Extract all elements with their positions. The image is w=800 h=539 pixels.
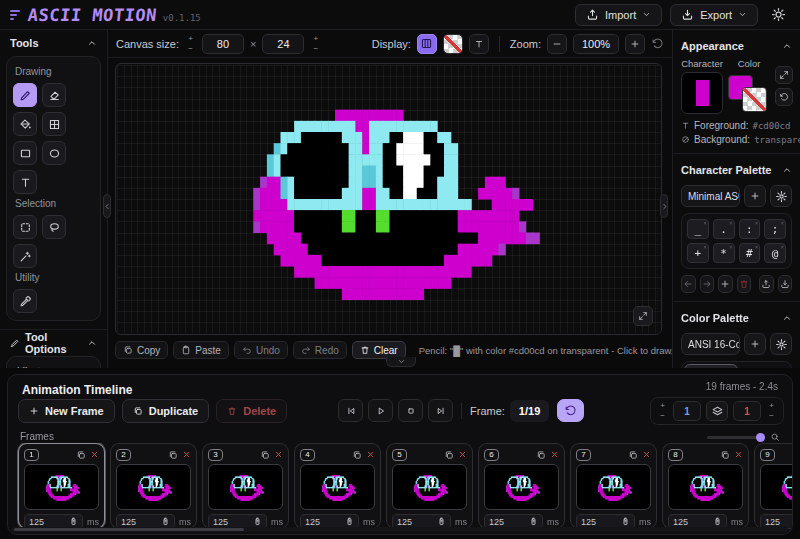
character-key[interactable]: + (687, 243, 709, 263)
onion-next-count[interactable]: 1 (733, 401, 761, 421)
pencil-tool-button[interactable] (13, 83, 37, 107)
stop-button[interactable] (398, 399, 423, 422)
text-tool-button[interactable] (13, 170, 37, 194)
tools-section-header[interactable]: Tools (0, 30, 107, 56)
fill-tool-button[interactable] (13, 112, 37, 136)
color-palette-settings-button[interactable] (770, 333, 792, 355)
character-key[interactable]: @ (764, 243, 786, 263)
canvas-fullscreen-button[interactable] (633, 306, 653, 326)
appearance-section-header[interactable]: Appearance (681, 36, 792, 56)
frame-thumbnail[interactable] (208, 464, 283, 510)
frame-card[interactable]: 7125ms (570, 443, 657, 529)
frame-thumbnail[interactable] (116, 464, 191, 510)
frame-card[interactable]: 5125ms (386, 443, 473, 529)
play-button[interactable] (368, 399, 393, 422)
delete-frame-button[interactable]: Delete (216, 399, 287, 423)
canvas-width-input[interactable]: 80 (202, 34, 244, 54)
duplicate-frame-icon[interactable] (628, 450, 638, 460)
redo-button[interactable]: Redo (293, 341, 347, 359)
swap-reset-colors-button[interactable] (775, 88, 793, 106)
frame-thumbnail[interactable] (392, 464, 467, 510)
display-characters-toggle[interactable] (469, 34, 489, 54)
collapse-left-panel-tab[interactable] (103, 194, 111, 218)
zoom-in-button[interactable] (625, 34, 645, 54)
character-palette-settings-button[interactable] (770, 185, 792, 207)
display-grid-toggle[interactable] (417, 34, 437, 54)
magic-wand-tool-button[interactable] (13, 244, 37, 268)
frames-scrollbar[interactable] (12, 527, 788, 532)
delete-frame-icon[interactable] (550, 450, 559, 459)
skip-to-end-button[interactable] (428, 399, 453, 422)
add-color-palette-button[interactable] (744, 333, 766, 355)
eyedropper-tool-button[interactable] (13, 289, 37, 313)
zoom-value[interactable]: 100% (573, 34, 619, 54)
frame-card[interactable]: 8125ms (662, 443, 749, 529)
expand-color-picker-button[interactable] (775, 66, 793, 84)
duplicate-frame-icon[interactable] (168, 450, 178, 460)
tool-options-section-header[interactable]: Tool Options (0, 330, 107, 356)
ellipse-tool-button[interactable] (42, 141, 66, 165)
character-palette-preset-dropdown[interactable]: Minimal ASC (681, 185, 740, 207)
copy-button[interactable]: Copy (115, 341, 168, 359)
delete-frame-icon[interactable] (90, 450, 99, 459)
duplicate-frame-icon[interactable] (76, 450, 86, 460)
duplicate-frame-icon[interactable] (720, 450, 730, 460)
duplicate-frame-icon[interactable] (352, 450, 362, 460)
onion-skin-toggle-button[interactable] (706, 401, 728, 421)
duplicate-frame-icon[interactable] (444, 450, 454, 460)
move-character-left-button[interactable] (681, 275, 696, 293)
frame-thumbnail[interactable] (760, 464, 792, 510)
fill-rect-tool-button[interactable] (42, 112, 66, 136)
frame-card[interactable]: 4125ms (294, 443, 381, 529)
frame-thumbnail[interactable] (484, 464, 559, 510)
lasso-tool-button[interactable] (42, 215, 66, 239)
character-palette-section-header[interactable]: Character Palette (681, 160, 792, 180)
frame-thumbnail[interactable] (576, 464, 651, 510)
color-palette-preset-dropdown[interactable]: ANSI 16-Col (681, 333, 740, 355)
delete-frame-icon[interactable] (458, 450, 467, 459)
character-key[interactable]: ; (764, 219, 786, 239)
import-button[interactable]: Import (575, 4, 662, 26)
collapse-right-panel-tab[interactable] (660, 194, 668, 218)
add-character-palette-button[interactable] (744, 185, 766, 207)
scrollbar-thumb[interactable] (14, 528, 244, 531)
canvas-height-input[interactable]: 24 (262, 34, 304, 54)
export-button[interactable]: Export (670, 4, 758, 26)
color-palette-section-header[interactable]: Color Palette (681, 308, 792, 328)
frame-thumbnail[interactable] (300, 464, 375, 510)
delete-frame-icon[interactable] (642, 450, 651, 459)
move-character-right-button[interactable] (700, 275, 715, 293)
character-key[interactable]: _ (687, 219, 709, 239)
character-key[interactable]: : (739, 219, 761, 239)
onion-next-stepper[interactable]: +− (766, 402, 777, 420)
loop-toggle-button[interactable] (557, 399, 584, 422)
frame-thumbnail[interactable] (668, 464, 743, 510)
onion-prev-count[interactable]: 1 (673, 401, 701, 421)
frame-card[interactable]: 1125ms (18, 443, 105, 529)
duplicate-frame-icon[interactable] (260, 450, 270, 460)
delete-frame-icon[interactable] (182, 450, 191, 459)
character-preview[interactable] (681, 72, 723, 114)
character-key[interactable]: * (713, 243, 735, 263)
paste-button[interactable]: Paste (173, 341, 229, 359)
delete-frame-icon[interactable] (734, 450, 743, 459)
character-key[interactable]: # (739, 243, 761, 263)
character-key[interactable]: . (713, 219, 735, 239)
slider-track[interactable] (707, 436, 765, 439)
select-tool-button[interactable] (13, 215, 37, 239)
duplicate-frame-icon[interactable] (536, 450, 546, 460)
zoom-out-button[interactable] (547, 34, 567, 54)
delete-character-button[interactable] (737, 275, 752, 293)
frame-thumbnail[interactable] (24, 464, 99, 510)
drawing-canvas[interactable] (115, 63, 662, 335)
theme-toggle-button[interactable] (766, 4, 790, 26)
rectangle-tool-button[interactable] (13, 141, 37, 165)
canvas-width-stepper[interactable]: +− (185, 35, 196, 53)
timeline-zoom-slider[interactable] (707, 432, 780, 442)
export-palette-button[interactable] (759, 275, 774, 293)
background-color-swatch[interactable] (742, 87, 767, 112)
undo-button[interactable]: Undo (234, 341, 288, 359)
frame-card[interactable]: 3125ms (202, 443, 289, 529)
skip-to-start-button[interactable] (338, 399, 363, 422)
eraser-tool-button[interactable] (42, 83, 66, 107)
